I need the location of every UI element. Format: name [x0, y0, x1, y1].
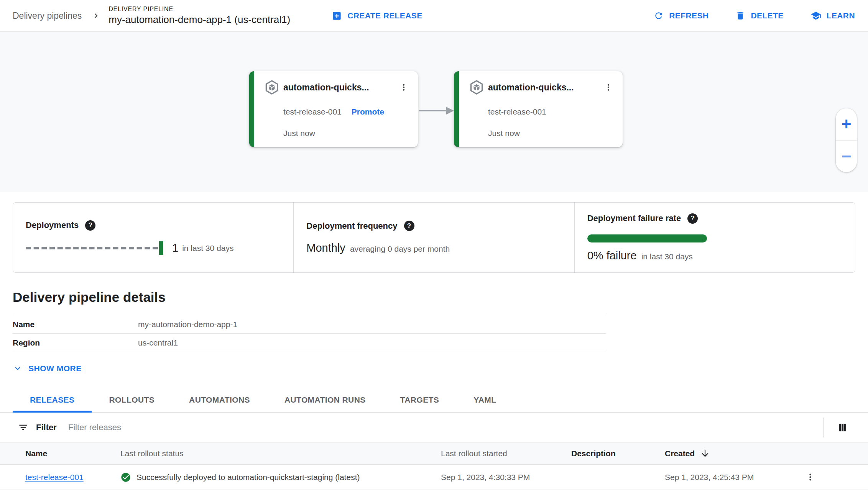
tab-automations[interactable]: AUTOMATIONS — [172, 387, 267, 412]
page-title: my-automation-demo-app-1 (us-central1) — [108, 14, 290, 26]
metrics-panel: Deployments 1 in last 30 days Deployment… — [13, 202, 855, 273]
target-card-prod[interactable]: automation-quicks... test-release-001 Ju… — [454, 71, 623, 147]
metric-failure-rate: Deployment failure rate 0% failure in la… — [574, 203, 855, 272]
learn-label: LEARN — [827, 11, 855, 20]
refresh-label: REFRESH — [669, 11, 709, 20]
filter-list-icon — [18, 422, 28, 432]
kebab-menu-icon[interactable] — [603, 82, 613, 92]
tab-automation-runs[interactable]: AUTOMATION RUNS — [267, 387, 383, 412]
detail-label: Region — [13, 338, 138, 347]
release-link[interactable]: test-release-001 — [25, 473, 84, 482]
page-title-block: DELIVERY PIPELINE my-automation-demo-app… — [108, 6, 290, 26]
target-hexagon-icon — [264, 80, 279, 95]
chevron-down-icon — [13, 364, 23, 374]
show-more-button[interactable]: SHOW MORE — [13, 364, 82, 374]
metric-label: Deployments — [26, 220, 79, 230]
add-box-icon — [332, 11, 342, 21]
breadcrumb-delivery-pipelines[interactable]: Delivery pipelines — [13, 11, 82, 21]
column-bars-icon[interactable] — [837, 422, 848, 433]
release-table-row: test-release-001 Successfully deployed t… — [0, 465, 868, 490]
help-circle-icon[interactable] — [404, 221, 414, 231]
page-overline: DELIVERY PIPELINE — [108, 6, 290, 13]
metric-suffix: in last 30 days — [182, 244, 233, 253]
tab-releases[interactable]: RELEASES — [13, 387, 92, 412]
metric-value: 0% failure — [587, 249, 637, 262]
delete-label: DELETE — [751, 11, 783, 20]
target-release-row: test-release-001 — [469, 107, 613, 116]
deploy-time: Just now — [283, 129, 315, 138]
help-circle-icon[interactable] — [687, 213, 698, 224]
refresh-button[interactable]: REFRESH — [654, 11, 709, 21]
column-header-created[interactable]: Created — [665, 449, 805, 459]
create-release-button[interactable]: CREATE RELEASE — [332, 11, 422, 21]
section-heading: Delivery pipeline details — [13, 290, 855, 305]
tab-yaml[interactable]: YAML — [456, 387, 513, 412]
canvas-zoom-control: + − — [836, 108, 857, 172]
help-circle-icon[interactable] — [799, 422, 810, 433]
top-bar-actions: REFRESH DELETE LEARN — [654, 10, 855, 21]
zoom-in-button[interactable]: + — [836, 108, 857, 141]
metric-deployments: Deployments 1 in last 30 days — [13, 203, 293, 272]
metric-label: Deployment failure rate — [587, 213, 681, 223]
top-bar: Delivery pipelines DELIVERY PIPELINE my-… — [0, 0, 868, 31]
filter-bar: Filter — [0, 413, 868, 442]
check-circle-icon — [120, 472, 131, 483]
divider — [823, 418, 824, 437]
create-release-label: CREATE RELEASE — [347, 11, 422, 20]
release-name: test-release-001 — [283, 107, 342, 116]
delivery-pipeline-page: Delivery pipelines DELIVERY PIPELINE my-… — [0, 0, 868, 498]
target-card-staging[interactable]: automation-quicks... test-release-001 Pr… — [249, 71, 418, 147]
arrow-down-icon — [700, 449, 710, 459]
column-header-last-rollout-started[interactable]: Last rollout started — [441, 449, 571, 458]
detail-tabs: RELEASES ROLLOUTS AUTOMATIONS AUTOMATION… — [0, 387, 868, 413]
column-header-description[interactable]: Description — [571, 449, 665, 458]
release-name-cell: test-release-001 — [0, 473, 120, 482]
column-header-name[interactable]: Name — [0, 449, 120, 458]
metric-suffix: in last 30 days — [641, 252, 693, 261]
metric-suffix: averaging 0 days per month — [350, 244, 450, 254]
target-release-row: test-release-001 Promote — [264, 107, 409, 116]
pipeline-canvas: automation-quicks... test-release-001 Pr… — [0, 31, 868, 192]
metric-value: Monthly — [306, 242, 345, 254]
details-row-name: Name my-automation-demo-app-1 — [13, 315, 606, 333]
deploy-time: Just now — [488, 129, 520, 138]
target-time-row: Just now — [264, 129, 409, 138]
chevron-right-icon — [92, 11, 101, 20]
target-name: automation-quicks... — [488, 82, 603, 93]
target-name: automation-quicks... — [283, 82, 399, 93]
pipeline-details-section: Delivery pipeline details Name my-automa… — [13, 290, 855, 374]
tab-rollouts[interactable]: ROLLOUTS — [92, 387, 172, 412]
delete-button[interactable]: DELETE — [735, 11, 783, 21]
details-row-region: Region us-central1 — [13, 333, 606, 352]
school-icon — [810, 10, 821, 21]
detail-label: Name — [13, 320, 138, 329]
target-card-header: automation-quicks... — [469, 80, 613, 95]
filter-releases-input[interactable] — [67, 422, 799, 433]
kebab-menu-icon[interactable] — [805, 472, 868, 482]
release-name: test-release-001 — [488, 107, 546, 116]
metric-value: 1 — [172, 242, 178, 254]
trash-icon — [735, 11, 745, 21]
rollout-status-text: Successfully deployed to automation-quic… — [136, 473, 360, 482]
releases-table-header: Name Last rollout status Last rollout st… — [0, 442, 868, 465]
filter-label: Filter — [36, 423, 57, 432]
detail-value: my-automation-demo-app-1 — [138, 320, 237, 329]
sparkline-deployment-bar — [159, 241, 163, 255]
help-circle-icon[interactable] — [85, 220, 95, 231]
column-header-last-rollout-status[interactable]: Last rollout status — [120, 449, 441, 458]
learn-button[interactable]: LEARN — [810, 10, 855, 21]
kebab-menu-icon[interactable] — [399, 82, 409, 92]
details-table: Name my-automation-demo-app-1 Region us-… — [13, 315, 606, 352]
sparkline-dashed-baseline — [26, 247, 158, 249]
last-rollout-started-cell: Sep 1, 2023, 4:30:33 PM — [441, 473, 571, 482]
target-card-header: automation-quicks... — [264, 80, 409, 95]
tab-targets[interactable]: TARGETS — [383, 387, 457, 412]
created-cell: Sep 1, 2023, 4:25:43 PM — [665, 473, 805, 482]
target-hexagon-icon — [469, 80, 484, 95]
target-time-row: Just now — [469, 129, 613, 138]
refresh-icon — [654, 11, 664, 21]
zoom-out-button[interactable]: − — [836, 141, 857, 172]
promote-link[interactable]: Promote — [352, 107, 384, 116]
breadcrumb: Delivery pipelines DELIVERY PIPELINE my-… — [13, 6, 422, 26]
failure-rate-bar — [587, 234, 707, 242]
